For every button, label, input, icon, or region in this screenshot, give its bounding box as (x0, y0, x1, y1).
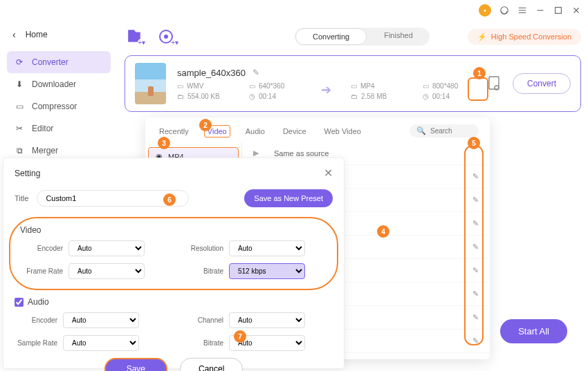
add-dvd-icon[interactable]: +▾ (158, 28, 177, 45)
sidebar-item-compressor[interactable]: ▭ Compressor (7, 95, 111, 117)
src-size: 554.00 KB (187, 93, 220, 100)
svg-rect-1 (555, 8, 562, 14)
play-icon: ▶ (253, 149, 267, 158)
video-resolution-select[interactable]: Auto (229, 240, 305, 256)
audio-samplerate-select[interactable]: Auto (63, 335, 139, 351)
search-icon: 🔍 (416, 126, 426, 135)
resolution-label: Resolution (181, 245, 223, 252)
edit-title-icon[interactable]: ✎ (252, 68, 259, 77)
res-icon: ▭ (249, 82, 255, 90)
plus-icon: +▾ (171, 39, 178, 46)
main: +▾ +▾ Converting Finished ⚡ High Speed C… (125, 28, 581, 112)
converter-icon: ⟳ (14, 57, 25, 67)
sidebar-item-converter[interactable]: ⟳ Converter (7, 51, 111, 73)
format-settings-icon[interactable] (486, 75, 502, 92)
bitrate-label: Bitrate (181, 339, 223, 347)
badge-7: 7 (234, 330, 246, 343)
encoder-label: Encoder (15, 316, 57, 324)
clock-icon: ◷ (249, 93, 255, 100)
convert-button[interactable]: Convert (513, 73, 571, 94)
step5-highlight (464, 145, 484, 345)
lightning-icon: ⚡ (477, 32, 487, 41)
sidebar-item-label: Editor (32, 124, 53, 133)
video-encoder-select[interactable]: Auto (68, 240, 145, 256)
sidebar-item-label: Merger (32, 146, 58, 155)
badge-6: 6 (163, 193, 176, 206)
arrow-icon: ➔ (321, 82, 331, 100)
sidebar-item-downloader[interactable]: ⬇ Downloader (7, 73, 111, 95)
file-info: sample_640x360 ✎ ▭WMV 🗀554.00 KB ▭640*36… (177, 68, 475, 100)
save-button[interactable]: Save (104, 358, 167, 371)
channel-label: Channel (181, 316, 223, 324)
start-all-button[interactable]: Start All (500, 319, 567, 343)
save-preset-button[interactable]: Save as New Preset (244, 189, 333, 207)
home-label: Home (26, 30, 48, 39)
cancel-button[interactable]: Cancel (180, 358, 243, 371)
video-icon: ▭ (177, 82, 183, 90)
avatar[interactable]: • (479, 4, 491, 17)
close-icon[interactable]: ✕ (324, 167, 333, 180)
seg-finished[interactable]: Finished (367, 28, 430, 46)
editor-icon: ✂ (14, 124, 25, 133)
format-tabs: Recently Video Audio Device Web Video 🔍 (145, 117, 490, 142)
minimize-icon[interactable] (535, 6, 545, 15)
video-thumbnail[interactable] (135, 63, 166, 104)
segment-control: Converting Finished (295, 28, 430, 46)
video-framerate-select[interactable]: Auto (68, 263, 145, 279)
res-header-label: Same as source (274, 149, 329, 158)
search-input[interactable] (430, 127, 468, 135)
format-search[interactable]: 🔍 (410, 124, 479, 137)
audio-checkbox[interactable] (15, 298, 24, 307)
tab-recently[interactable]: Recently (156, 126, 192, 137)
close-icon[interactable] (571, 6, 581, 15)
add-file-icon[interactable]: +▾ (125, 28, 144, 45)
bitrate-label: Bitrate (181, 267, 223, 275)
setting-title: Setting (15, 169, 40, 178)
badge-4: 4 (377, 225, 389, 238)
audio-channel-select[interactable]: Auto (229, 312, 305, 328)
tab-device[interactable]: Device (280, 126, 309, 137)
svg-rect-4 (489, 77, 499, 89)
samplerate-label: Sample Rate (15, 339, 57, 347)
titlebar: • (0, 0, 588, 21)
src-res: 640*360 (259, 82, 284, 90)
maximize-icon[interactable] (553, 6, 563, 15)
sidebar-item-label: Converter (32, 57, 68, 67)
encoder-label: Encoder (20, 245, 63, 252)
step1-highlight (468, 77, 488, 101)
dst-format: MP4 (360, 82, 375, 90)
downloader-icon: ⬇ (14, 79, 25, 89)
high-speed-toggle[interactable]: ⚡ High Speed Conversion (468, 29, 581, 45)
video-section-label: Video (20, 225, 327, 235)
sidebar-item-label: Downloader (32, 79, 76, 89)
video-icon: ▭ (351, 82, 357, 90)
sidebar-item-label: Compressor (32, 102, 77, 111)
avatar-initial: • (484, 7, 486, 15)
dst-dur: 00:14 (432, 93, 450, 100)
audio-section-label: Audio (15, 297, 333, 307)
folder-icon: 🗀 (351, 93, 358, 100)
video-bitrate-select[interactable]: 512 kbps (229, 263, 305, 279)
src-dur: 00:14 (259, 93, 276, 100)
back-icon[interactable]: ‹ (12, 29, 16, 40)
audio-encoder-select[interactable]: Auto (63, 312, 139, 328)
sidebar-item-editor[interactable]: ✂ Editor (7, 117, 111, 140)
badge-3: 3 (158, 137, 170, 149)
title-label: Title (15, 194, 28, 202)
badge-2: 2 (199, 119, 212, 131)
home-row[interactable]: ‹ Home (7, 25, 111, 44)
support-icon[interactable] (499, 6, 509, 15)
video-section-highlight: Video EncoderAuto ResolutionAuto Frame R… (9, 217, 338, 290)
seg-converting[interactable]: Converting (295, 28, 367, 45)
plus-icon: +▾ (138, 39, 145, 46)
setting-panel: Setting ✕ Title Save as New Preset Video… (3, 158, 344, 369)
res-icon: ▭ (423, 82, 429, 90)
menu-icon[interactable] (517, 6, 527, 15)
dst-size: 2.58 MB (361, 93, 387, 100)
tab-audio[interactable]: Audio (243, 126, 268, 137)
badge-1: 1 (473, 67, 486, 79)
tab-webvideo[interactable]: Web Video (322, 126, 364, 137)
svg-point-3 (165, 35, 167, 38)
dst-res: 800*480 (432, 82, 458, 90)
clock-icon: ◷ (423, 93, 429, 100)
